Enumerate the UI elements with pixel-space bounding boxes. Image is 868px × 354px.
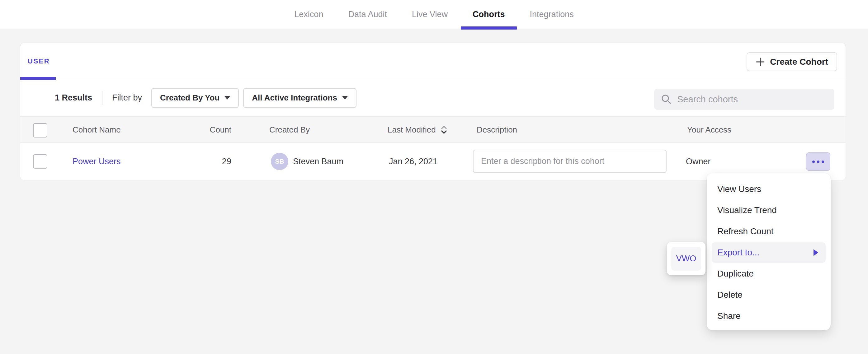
menu-item-label: Visualize Trend <box>717 205 777 215</box>
table-header-row: Cohort Name Count Created By Last Modifi… <box>20 116 845 143</box>
tab-user[interactable]: USER <box>20 43 57 79</box>
header-cohort-name: Cohort Name <box>72 117 121 142</box>
created-by-filter-label: Created By You <box>160 93 219 103</box>
menu-item-share[interactable]: Share <box>707 305 831 327</box>
header-last-modified-label: Last Modified <box>388 125 436 135</box>
filter-by-label: Filter by <box>112 93 142 103</box>
plus-icon <box>755 57 765 67</box>
nav-item-label: Cohorts <box>473 10 505 19</box>
menu-item-label: Share <box>717 311 741 321</box>
export-submenu: VWO <box>667 242 706 275</box>
nav-item-lexicon[interactable]: Lexicon <box>294 0 323 29</box>
menu-item-label: Refresh Count <box>717 226 774 236</box>
menu-item-duplicate[interactable]: Duplicate <box>707 263 831 284</box>
filter-row: 1 Results Filter by Created By You All A… <box>20 79 845 116</box>
row-context-menu: View Users Visualize Trend Refresh Count… <box>707 173 831 330</box>
cohort-name-link[interactable]: Power Users <box>72 157 121 166</box>
select-all-checkbox[interactable] <box>33 123 47 137</box>
submenu-item-vwo-label: VWO <box>676 254 696 263</box>
more-options-icon <box>822 161 824 163</box>
results-count: 1 Results <box>55 93 92 103</box>
search-icon <box>661 94 672 104</box>
submenu-item-vwo[interactable]: VWO <box>671 247 701 270</box>
top-navigation: Lexicon Data Audit Live View Cohorts Int… <box>0 0 868 29</box>
menu-item-refresh-count[interactable]: Refresh Count <box>707 221 831 242</box>
chevron-down-icon <box>342 96 348 100</box>
creator-name: Steven Baum <box>293 143 343 180</box>
header-count: Count <box>190 117 231 142</box>
nav-item-label: Live View <box>412 10 448 19</box>
creator-initials: SB <box>275 158 284 165</box>
cohort-count: 29 <box>190 143 231 180</box>
menu-item-view-users[interactable]: View Users <box>707 179 831 200</box>
nav-item-integrations[interactable]: Integrations <box>530 0 574 29</box>
header-your-access: Your Access <box>687 117 731 142</box>
submenu-arrow-icon <box>813 249 818 256</box>
row-actions-button[interactable] <box>806 153 830 171</box>
tab-user-label: USER <box>28 57 50 65</box>
search-cohorts-box <box>654 89 834 110</box>
cohorts-card: USER Create Cohort 1 Results Filter by C… <box>20 43 846 180</box>
nav-item-label: Lexicon <box>294 10 323 19</box>
integrations-filter-label: All Active Integrations <box>252 93 337 103</box>
header-last-modified[interactable]: Last Modified <box>388 117 448 142</box>
menu-item-label: Delete <box>717 290 743 300</box>
vertical-divider <box>102 91 102 105</box>
nav-item-label: Integrations <box>530 10 574 19</box>
header-description: Description <box>477 117 517 142</box>
create-cohort-button[interactable]: Create Cohort <box>747 52 837 71</box>
access-value: Owner <box>686 143 711 180</box>
creator-avatar: SB <box>271 153 288 170</box>
search-input[interactable] <box>677 89 834 110</box>
active-tab-underline <box>461 27 517 30</box>
menu-item-visualize-trend[interactable]: Visualize Trend <box>707 200 831 221</box>
menu-item-label: Export to... <box>717 248 760 258</box>
row-checkbox[interactable] <box>33 154 47 169</box>
filter-controls: 1 Results Filter by Created By You All A… <box>55 79 361 116</box>
sort-icon <box>440 124 448 135</box>
chevron-down-icon <box>224 96 230 100</box>
menu-item-export-to[interactable]: Export to... <box>712 242 826 263</box>
create-cohort-label: Create Cohort <box>770 57 828 67</box>
menu-item-delete[interactable]: Delete <box>707 284 831 305</box>
menu-item-label: Duplicate <box>717 269 754 279</box>
nav-item-live-view[interactable]: Live View <box>412 0 448 29</box>
more-options-icon <box>817 161 819 163</box>
created-by-filter-dropdown[interactable]: Created By You <box>151 88 239 108</box>
menu-item-label: View Users <box>717 184 761 194</box>
nav-item-label: Data Audit <box>348 10 387 19</box>
more-options-icon <box>812 161 815 163</box>
last-modified-date: Jan 26, 2021 <box>389 143 437 180</box>
description-input[interactable] <box>473 150 666 173</box>
nav-item-cohorts[interactable]: Cohorts <box>473 0 505 29</box>
card-tab-bar: USER Create Cohort <box>20 43 845 79</box>
header-created-by: Created By <box>269 117 310 142</box>
nav-item-data-audit[interactable]: Data Audit <box>348 0 387 29</box>
integrations-filter-dropdown[interactable]: All Active Integrations <box>243 88 356 108</box>
